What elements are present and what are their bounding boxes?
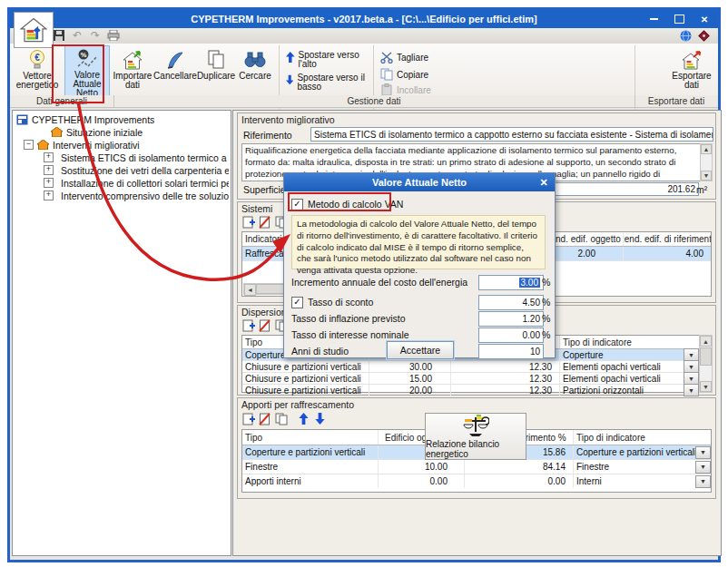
scroll-down-icon[interactable]: ▼ — [701, 171, 712, 181]
table-row[interactable]: Chiusure e partizioni verticali 15.00 12… — [242, 373, 699, 385]
collapse-icon[interactable]: − — [24, 140, 34, 150]
spostare-alto-button[interactable]: Spostare verso l'alto — [286, 51, 369, 69]
descrizione-scrollbar[interactable]: ▲ ▼ — [700, 143, 713, 181]
dialog-title: Valore Attuale Netto — [372, 177, 467, 188]
dropdown-button[interactable]: ▼ — [695, 461, 711, 474]
tasso-inflazione-input[interactable]: 1.20 — [478, 311, 544, 327]
spostare-basso-button[interactable]: Spostare verso il basso — [286, 73, 369, 92]
dialog-close-button[interactable]: ✕ — [536, 176, 551, 189]
close-button[interactable]: ✕ — [693, 12, 716, 26]
tree-item-etics[interactable]: + Sistema ETICS di isolamento termico a … — [44, 152, 229, 163]
riferimento-label: Riferimento — [243, 130, 292, 141]
redo-button[interactable]: ↷ — [88, 29, 103, 42]
van-checkbox-label: Metodo di calcolo VAN — [308, 199, 403, 210]
save-icon — [54, 30, 64, 41]
scroll-down-icon[interactable]: ▼ — [700, 381, 712, 392]
col-header[interactable]: Rend. edif. di riferimento — [624, 232, 711, 246]
valore-attuale-netto-button[interactable]: % Valore Attuale Netto — [64, 45, 110, 99]
vettore-energetico-label: Vettore energetico — [15, 72, 59, 90]
undo-button[interactable]: ↶ — [70, 29, 84, 42]
expand-icon[interactable]: + — [44, 165, 54, 175]
cercare-button[interactable]: Cercare — [237, 45, 273, 97]
checkbox-checked-icon[interactable]: ✓ — [291, 199, 303, 210]
delete-row-button[interactable] — [258, 412, 272, 425]
superficie-unit: m² — [696, 184, 707, 195]
dropdown-button[interactable]: ▼ — [695, 446, 711, 459]
chevron-down-icon: ▼ — [688, 352, 694, 358]
delete-row-button[interactable] — [258, 318, 272, 332]
scroll-thumb[interactable] — [700, 347, 712, 366]
tree-item-vetri[interactable]: + Sostituzione dei vetri della carpenter… — [44, 164, 229, 176]
dispersioni-vscrollbar[interactable]: ▲ ▼ — [699, 335, 713, 393]
percent-chart-icon: % — [76, 49, 98, 71]
copiare-button[interactable]: Copiare — [380, 68, 428, 81]
add-row-button[interactable] — [241, 412, 256, 425]
save-button[interactable] — [52, 29, 66, 42]
table-row[interactable]: Finestre 10.00 84.14 Finestre ▼ — [242, 460, 711, 474]
van-checkbox-row[interactable]: ✓ Metodo di calcolo VAN — [291, 197, 547, 211]
tree-item-collettori[interactable]: + Installazione di collettori solari ter… — [44, 177, 229, 189]
add-row-button[interactable] — [241, 318, 256, 332]
home-button[interactable] — [14, 12, 54, 48]
dropdown-button[interactable]: ▼ — [684, 384, 699, 396]
tree-item-situazione[interactable]: Situazione iniziale — [51, 126, 143, 138]
tasso-sconto-input[interactable]: 4.50 — [478, 295, 544, 310]
tree-item-comprensivo[interactable]: + Intervento comprensivo delle tre soluz… — [44, 190, 229, 201]
move-up-button[interactable] — [296, 412, 310, 425]
vettore-energetico-button[interactable]: € Vettore energetico — [15, 45, 59, 97]
delete-row-button[interactable] — [258, 215, 272, 229]
incremento-energia-input[interactable]: 3.00 — [478, 275, 544, 290]
col-header[interactable]: Tipo di indicatore — [574, 430, 711, 445]
importare-dati-label: Importare dati — [112, 72, 153, 90]
dropdown-button[interactable]: ▼ — [684, 360, 699, 373]
help-book-icon — [698, 30, 710, 42]
tree-root[interactable]: CYPETHERM Improvements — [16, 113, 154, 125]
importare-dati-button[interactable]: Importare dati — [112, 45, 153, 97]
group-esportare-dati: Esportare dati — [648, 96, 704, 106]
tasso-interesse-input[interactable]: 0.00 — [478, 327, 544, 343]
dropdown-button[interactable]: ▼ — [695, 475, 711, 488]
esportare-dati-button[interactable]: Esportare dati — [668, 45, 715, 97]
riferimento-field[interactable]: Sistema ETICS di isolamento termico a ca… — [310, 127, 713, 142]
field-unit: % — [542, 277, 550, 288]
scroll-up-icon[interactable]: ▲ — [701, 144, 712, 154]
copy-row-button[interactable] — [274, 412, 289, 425]
scroll-left-icon[interactable]: ◄ — [244, 284, 256, 296]
scissors-icon — [380, 52, 393, 64]
maximize-button[interactable] — [667, 12, 691, 26]
scroll-up-icon[interactable]: ▲ — [700, 336, 712, 347]
expand-icon[interactable]: + — [44, 178, 54, 188]
language-button[interactable] — [678, 29, 693, 42]
help-button[interactable] — [696, 29, 711, 42]
dropdown-button[interactable]: ▼ — [684, 372, 699, 385]
col-header[interactable]: Tipo — [242, 430, 379, 445]
cancellare-button[interactable]: Cancellare — [155, 45, 195, 97]
valore-attuale-netto-label: Valore Attuale Netto — [65, 71, 109, 98]
table-row[interactable]: Chiusure e partizioni verticali 20.00 12… — [242, 385, 699, 396]
print-button[interactable] — [106, 29, 121, 42]
minimize-icon — [650, 18, 658, 20]
spostare-basso-label: Spostare verso il basso — [297, 73, 369, 92]
checkbox-checked-icon[interactable]: ✓ — [291, 297, 303, 308]
chevron-down-icon: ▼ — [700, 449, 706, 455]
move-down-button[interactable] — [312, 412, 327, 425]
tree-item-label: Installazione di collettori solari termi… — [61, 178, 229, 189]
add-row-button[interactable] — [241, 215, 256, 229]
table-row[interactable]: Chiusure e partizioni verticali 30.00 12… — [242, 361, 699, 373]
relazione-bilancio-button[interactable]: Relazione bilancio energetico — [425, 413, 526, 460]
table-row[interactable]: Apporti interni 0.00 0.00 Interni ▼ — [242, 474, 711, 488]
field-label: Tasso di interesse nominale — [291, 329, 409, 340]
tagliare-button[interactable]: Tagliare — [380, 52, 428, 64]
expand-icon[interactable]: + — [44, 152, 54, 162]
tagliare-label: Tagliare — [397, 53, 428, 63]
incollare-button[interactable]: Incollare — [380, 83, 431, 96]
minimize-button[interactable] — [642, 12, 665, 26]
ribbon-toolbar: € Vettore energetico % Valore Attuale Ne… — [10, 44, 718, 95]
duplicare-button[interactable]: Duplicare — [197, 45, 235, 97]
accettare-button[interactable]: Accettare — [387, 341, 454, 359]
anni-studio-input[interactable]: 10 — [478, 344, 544, 359]
tree-item-interventi[interactable]: − Interventi migliorativi — [24, 139, 140, 151]
dropdown-button[interactable]: ▼ — [684, 348, 699, 361]
expand-icon[interactable]: + — [44, 191, 54, 200]
col-header[interactable]: Tipo di indicatore — [560, 336, 699, 348]
